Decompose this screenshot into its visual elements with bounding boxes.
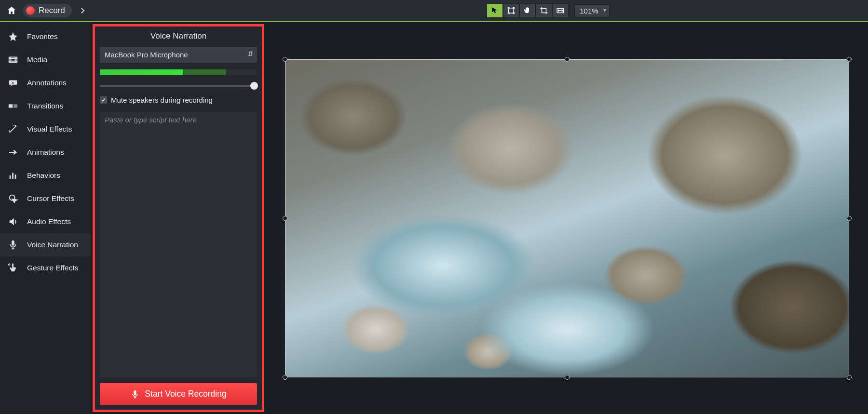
resize-handle-nw[interactable]: [283, 57, 287, 62]
sidebar-item-audio-effects[interactable]: Audio Effects: [0, 210, 91, 233]
crop-icon: [540, 6, 548, 15]
sidebar-item-label: Visual Effects: [27, 125, 72, 134]
home-icon: [6, 5, 17, 16]
sidebar-item-label: Favorites: [27, 32, 58, 41]
pan-tool[interactable]: [519, 3, 536, 18]
transition-icon: [7, 101, 19, 111]
sidebar-item-label: Annotations: [27, 79, 67, 87]
script-placeholder: Paste or type script text here: [105, 116, 197, 124]
top-toolbar: Record 101%: [0, 0, 868, 22]
sidebar-item-label: Animations: [27, 148, 64, 157]
start-voice-recording-label: Start Voice Recording: [145, 389, 226, 399]
svg-rect-8: [9, 104, 13, 107]
cursor-icon: [490, 6, 499, 15]
record-menu-chevron[interactable]: [77, 5, 88, 16]
input-level-meter: [100, 69, 257, 75]
filmstrip-icon: [7, 54, 19, 65]
panel-title: Voice Narration: [95, 27, 262, 47]
svg-rect-14: [12, 240, 14, 246]
start-voice-recording-button[interactable]: Start Voice Recording: [100, 383, 257, 405]
hand-icon: [523, 6, 532, 15]
microphone-selected-value: MacBook Pro Microphone: [105, 51, 188, 59]
resize-handle-sw[interactable]: [283, 375, 287, 380]
cursor-target-icon: [7, 193, 19, 204]
record-button[interactable]: Record: [23, 4, 72, 17]
wand-icon: [7, 124, 19, 134]
resize-handle-n[interactable]: [565, 57, 570, 62]
sidebar-item-label: Behaviors: [27, 171, 60, 180]
gain-slider[interactable]: [100, 85, 257, 87]
crop-tool[interactable]: [536, 3, 552, 18]
sidebar-item-label: Voice Narration: [27, 240, 78, 249]
svg-rect-10: [10, 175, 11, 179]
canvas-tools: 101%: [233, 3, 863, 18]
canvas-size-icon: [556, 6, 565, 15]
microphone-icon: [7, 240, 19, 250]
sidebar-item-annotations[interactable]: a Annotations: [0, 71, 91, 94]
resize-tool[interactable]: [503, 3, 519, 18]
resize-handle-w[interactable]: [283, 216, 287, 221]
sidebar-item-transitions[interactable]: Transitions: [0, 94, 91, 118]
svg-point-3: [513, 13, 515, 14]
zoom-level-value: 101%: [580, 7, 598, 15]
resize-handle-s[interactable]: [565, 375, 570, 380]
svg-rect-5: [9, 57, 17, 63]
arrow-right-icon: [7, 147, 19, 158]
sidebar-item-label: Gesture Effects: [27, 264, 79, 272]
tap-icon: [7, 263, 19, 273]
sidebar-item-gesture-effects[interactable]: Gesture Effects: [0, 256, 91, 280]
record-button-label: Record: [39, 6, 65, 15]
sidebar-item-label: Transitions: [27, 102, 63, 110]
resize-handle-ne[interactable]: [847, 57, 852, 62]
svg-point-0: [508, 7, 509, 9]
sidebar-item-media[interactable]: Media: [0, 48, 91, 71]
canvas-area[interactable]: [266, 22, 868, 414]
input-level-fill: [100, 69, 183, 75]
sidebar-item-favorites[interactable]: Favorites: [0, 25, 91, 48]
gain-slider-thumb[interactable]: [250, 82, 258, 90]
sidebar-item-behaviors[interactable]: Behaviors: [0, 164, 91, 187]
tools-sidebar: Favorites Media a Annotations Transition…: [0, 22, 91, 414]
svg-rect-12: [15, 174, 16, 179]
canvas-frame[interactable]: [285, 59, 849, 377]
sidebar-item-voice-narration[interactable]: Voice Narration: [0, 233, 91, 256]
home-button[interactable]: [5, 4, 18, 17]
select-tool[interactable]: [487, 3, 503, 18]
voice-narration-panel: Voice Narration MacBook Pro Microphone ✓…: [91, 22, 266, 414]
svg-rect-15: [134, 390, 136, 395]
callout-icon: a: [7, 78, 19, 88]
sidebar-item-visual-effects[interactable]: Visual Effects: [0, 118, 91, 141]
script-textarea[interactable]: Paste or type script text here: [100, 112, 257, 377]
svg-rect-9: [14, 104, 17, 107]
sidebar-item-label: Media: [27, 55, 47, 64]
chevron-right-icon: [78, 6, 87, 15]
sidebar-item-cursor-effects[interactable]: Cursor Effects: [0, 187, 91, 210]
sidebar-item-label: Cursor Effects: [27, 194, 74, 203]
mute-speakers-checkbox[interactable]: ✓: [100, 96, 107, 104]
speaker-icon: [7, 216, 19, 227]
resize-handle-se[interactable]: [847, 375, 852, 380]
canvas-size-tool[interactable]: [552, 3, 569, 18]
microphone-select[interactable]: MacBook Pro Microphone: [100, 47, 257, 63]
resize-handles-icon: [507, 6, 515, 15]
svg-point-1: [513, 7, 515, 9]
svg-point-2: [508, 13, 509, 14]
record-dot-icon: [26, 6, 35, 15]
microphone-icon: [130, 389, 140, 399]
svg-rect-11: [12, 173, 14, 179]
star-icon: [7, 31, 19, 42]
sidebar-item-animations[interactable]: Animations: [0, 141, 91, 164]
resize-handle-e[interactable]: [847, 216, 852, 221]
mute-speakers-label: Mute speakers during recording: [111, 96, 213, 104]
equalizer-icon: [7, 170, 19, 181]
canvas-media-preview[interactable]: [285, 59, 849, 377]
zoom-level-select[interactable]: 101%: [574, 4, 609, 17]
sidebar-item-label: Audio Effects: [27, 217, 71, 226]
